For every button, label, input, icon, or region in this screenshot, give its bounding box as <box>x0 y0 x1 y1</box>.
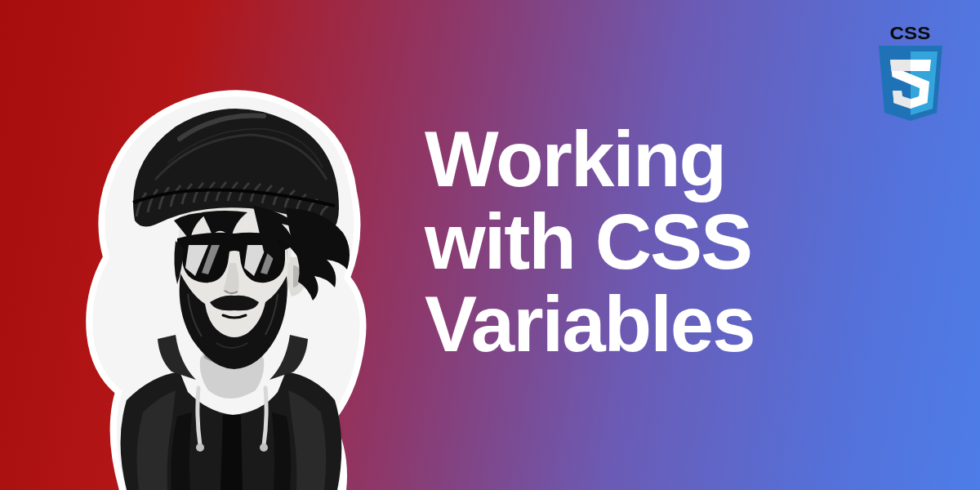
svg-point-0 <box>196 443 204 452</box>
svg-point-1 <box>260 443 268 452</box>
css3-label: CSS <box>867 23 953 44</box>
banner: Working with CSS Variables CSS <box>0 0 980 490</box>
css3-badge: CSS <box>871 23 949 125</box>
avatar-illustration <box>45 49 388 490</box>
css3-shield-icon <box>874 46 947 126</box>
title-line-3: Variables <box>425 283 755 366</box>
title-line-2: with CSS <box>425 201 755 283</box>
title-line-1: Working <box>425 118 755 201</box>
banner-title: Working with CSS Variables <box>425 118 755 365</box>
